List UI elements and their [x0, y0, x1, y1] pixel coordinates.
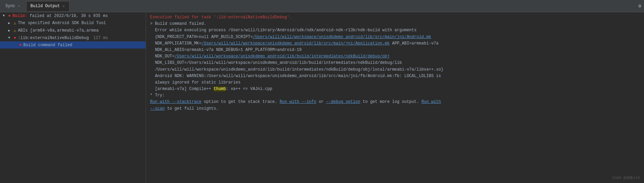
log-line: [armeabi-v7a] Compile++ thumb: va++ <= V… — [150, 86, 640, 92]
log-text: {NDK_PROJECT_PATH=null APP_BUILD_SCRIPT= — [150, 35, 253, 39]
log-text: APP_ABI=armeabi-v7a — [390, 41, 439, 46]
tree-item-build-root[interactable]: ▼ ● Build: failed at 2022/6/10, 30 s 935… — [0, 12, 146, 19]
log-line: Android NDK: WARNING:/Users/will/will/wo… — [150, 73, 640, 79]
log-line: /Users/will/will/workspace/unisdkdemo_an… — [150, 67, 640, 73]
tab-sync-label: Sync — [5, 4, 15, 8]
error-icon-lib-external: ● — [14, 35, 16, 40]
log-link[interactable]: /Users/will/will/workspace/unisdkdemo_an… — [253, 35, 431, 39]
build-cmd-text: Build command failed — [23, 43, 72, 48]
tab-build-output[interactable]: Build Output ✕ — [26, 1, 70, 11]
log-line: Error while executing process /Users/wil… — [150, 27, 640, 34]
log-line: NDK_APPLICATION_MK=/Users/will/will/work… — [150, 40, 640, 47]
warning-icon-abis: ⚠ — [14, 28, 16, 33]
log-highlight: thumb — [214, 87, 226, 91]
expand-icon-lib-external: ▼ — [8, 36, 12, 40]
log-link[interactable]: Run with — [421, 99, 441, 104]
build-label: Build: — [13, 14, 27, 18]
tree-item-lib-external[interactable]: ▼ ● :lib:externalNativeBuildDebug 127 ms — [0, 34, 146, 41]
error-icon-build-cmd: ● — [19, 42, 22, 48]
build-status: failed at 2022/6/10, 30 s 935 ms — [30, 14, 108, 18]
expand-icon-build-root: ▼ — [3, 14, 7, 18]
tree-item-warning-sdk[interactable]: ▶ ⚠ The specified Android SDK Build Tool — [0, 19, 146, 27]
tab-bar-left: Sync ✕ Build Output ✕ — [1, 1, 70, 11]
log-line: > Build command failed. — [150, 21, 640, 27]
log-line: Execution failed for task ':lib:external… — [150, 14, 640, 21]
log-text: NDK_APPLICATION_MK= — [150, 41, 201, 46]
gear-icon[interactable]: ⚙ — [637, 2, 643, 10]
tab-sync[interactable]: Sync ✕ — [1, 1, 25, 11]
log-line: Run with --stacktrace option to get the … — [150, 99, 640, 105]
log-line: always ignored for static libraries — [150, 79, 640, 86]
log-link[interactable]: /Users/will/will/workspace/unisdkdemo_an… — [174, 54, 390, 59]
log-text: to get more log output. — [360, 99, 421, 104]
log-text: [armeabi-v7a] Compile++ — [150, 87, 214, 91]
log-text: NDK_OUT= — [150, 54, 174, 59]
log-line: * Try: — [150, 92, 640, 99]
error-icon-build-root: ● — [8, 13, 11, 18]
log-text: : va++ <= VAJni.cpp — [226, 87, 272, 91]
log-link[interactable]: Run with --stacktrace — [150, 99, 201, 104]
lib-external-label: :lib:externalNativeBuildDebug — [18, 36, 89, 40]
tab-build-output-close[interactable]: ✕ — [62, 4, 65, 8]
warning-abis-text: ABIs [arm64-v8a,armeabi-v7a,armea — [18, 28, 99, 33]
tab-build-output-label: Build Output — [31, 4, 60, 8]
log-text: or — [316, 99, 326, 104]
log-link[interactable]: --scan — [150, 106, 165, 111]
log-line: NDK_LIBS_OUT=/Users/will/will/workspace/… — [150, 60, 640, 66]
tree-item-warning-abis[interactable]: ▶ ⚠ ABIs [arm64-v8a,armeabi-v7a,armea — [0, 27, 146, 34]
log-line: NDK_ALL_ABIS=armeabi-v7a NDK_DEBUG=1 APP… — [150, 47, 640, 53]
lib-external-time: 127 ms — [93, 36, 108, 40]
log-link[interactable]: /Users/will/will/workspace/unisdkdemo_an… — [201, 41, 390, 46]
main-area: ▼ ● Build: failed at 2022/6/10, 30 s 935… — [0, 12, 644, 183]
log-link[interactable]: --debug option — [326, 99, 361, 104]
log-link[interactable]: Run with --info — [280, 99, 316, 104]
right-panel[interactable]: Execution failed for task ':lib:external… — [146, 12, 644, 183]
warning-sdk-text: The specified Android SDK Build Tool — [18, 21, 106, 25]
left-panel: ▼ ● Build: failed at 2022/6/10, 30 s 935… — [0, 12, 146, 183]
log-text: to get full insights. — [165, 106, 218, 111]
warning-icon-sdk: ⚠ — [14, 20, 16, 26]
tree-item-build-cmd-failed[interactable]: ● Build command failed — [0, 41, 146, 49]
tab-sync-close[interactable]: ✕ — [17, 4, 21, 8]
build-root-text: Build: failed at 2022/6/10, 30 s 935 ms — [13, 14, 108, 18]
log-text: option to get the stack trace. — [201, 99, 279, 104]
lib-external-text: :lib:externalNativeBuildDebug 127 ms — [18, 36, 108, 40]
expand-icon-warning-abis: ▶ — [8, 29, 12, 33]
expand-icon-warning-sdk: ▶ — [8, 21, 12, 25]
log-line: {NDK_PROJECT_PATH=null APP_BUILD_SCRIPT=… — [150, 34, 640, 40]
log-line: --scan to get full insights. — [150, 106, 640, 112]
tab-bar: Sync ✕ Build Output ✕ ⚙ — [0, 0, 644, 12]
log-line: NDK_OUT=/Users/will/will/workspace/unisd… — [150, 53, 640, 60]
